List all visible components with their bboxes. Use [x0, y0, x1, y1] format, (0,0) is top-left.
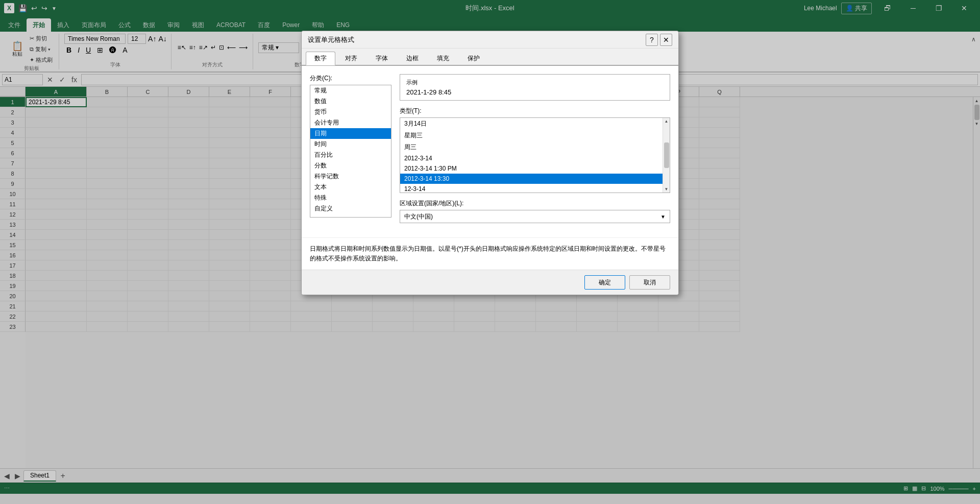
dialog-titlebar: 设置单元格格式 ? ✕: [302, 31, 678, 49]
dialog-tab-alignment[interactable]: 对齐: [336, 52, 366, 65]
type-list-scrollbar[interactable]: ▲ ▼: [663, 118, 670, 193]
dialog-tab-number[interactable]: 数字: [306, 52, 335, 65]
category-special[interactable]: 特殊: [310, 193, 391, 203]
sample-label: 示例: [406, 79, 664, 86]
locale-value: 中文(中国): [404, 212, 433, 221]
category-percentage[interactable]: 百分比: [310, 150, 391, 160]
category-custom[interactable]: 自定义: [310, 203, 391, 214]
type-list-scroll-down[interactable]: ▼: [665, 187, 669, 191]
type-section: 示例 2021-1-29 8:45 类型(T): 3月14日 星期三 周三 20…: [400, 74, 670, 223]
sample-box: 示例 2021-1-29 8:45: [400, 74, 670, 101]
type-2012-3-14-24h[interactable]: 2012-3-14 13:30: [400, 174, 670, 184]
ok-button[interactable]: 确定: [584, 275, 625, 290]
dialog-tabs: 数字 对齐 字体 边框 填充 保护: [302, 49, 678, 65]
category-date[interactable]: 日期: [310, 128, 391, 139]
locale-select[interactable]: 中文(中国) ▼: [400, 210, 670, 223]
locale-label: 区域设置(国家/地区)(L):: [400, 199, 670, 208]
type-wed-short[interactable]: 周三: [400, 141, 670, 153]
dialog-main-row: 分类(C): 常规 数值 货币 会计专用 日期 时间 百分比 分数 科学记数 文…: [310, 74, 670, 223]
dialog-title: 设置单元格格式: [308, 35, 354, 44]
category-text[interactable]: 文本: [310, 182, 391, 193]
dialog-body: 分类(C): 常规 数值 货币 会计专用 日期 时间 百分比 分数 科学记数 文…: [302, 65, 678, 237]
locale-section: 区域设置(国家/地区)(L): 中文(中国) ▼: [400, 199, 670, 223]
dialog-footer: 确定 取消: [302, 270, 678, 295]
category-general[interactable]: 常规: [310, 85, 391, 96]
dialog-description: 日期格式将日期和时间系列数值显示为日期值。以星号(*)开头的日期格式响应操作系统…: [302, 237, 678, 270]
type-wednesday[interactable]: 星期三: [400, 130, 670, 141]
excel-app: X 💾 ↩ ↪ ▼ 时间.xlsx - Excel Lee Michael 👤 …: [0, 0, 980, 504]
locale-dropdown-arrow: ▼: [660, 214, 666, 220]
category-time[interactable]: 时间: [310, 139, 391, 150]
category-scientific[interactable]: 科学记数: [310, 171, 391, 182]
type-list-scroll-up[interactable]: ▲: [665, 119, 669, 124]
dialog-close-button[interactable]: ✕: [660, 34, 672, 46]
dialog-tab-fill[interactable]: 填充: [428, 52, 458, 65]
dialog-title-controls: ? ✕: [646, 34, 672, 46]
type-2012-3-14[interactable]: 2012-3-14: [400, 153, 670, 163]
modal-overlay: 设置单元格格式 ? ✕ 数字 对齐 字体 边框 填充 保护: [0, 0, 980, 504]
format-cells-dialog: 设置单元格格式 ? ✕ 数字 对齐 字体 边框 填充 保护: [301, 31, 679, 295]
dialog-tab-border[interactable]: 边框: [398, 52, 427, 65]
category-accounting[interactable]: 会计专用: [310, 117, 391, 128]
dialog-help-button[interactable]: ?: [646, 34, 658, 46]
category-currency[interactable]: 货币: [310, 107, 391, 117]
type-march14[interactable]: 3月14日: [400, 118, 670, 130]
category-section: 分类(C): 常规 数值 货币 会计专用 日期 时间 百分比 分数 科学记数 文…: [310, 74, 391, 223]
type-12-3-14[interactable]: 12-3-14: [400, 184, 670, 193]
category-label: 分类(C):: [310, 74, 391, 83]
category-number[interactable]: 数值: [310, 96, 391, 107]
dialog-tab-protection[interactable]: 保护: [459, 52, 488, 65]
sample-value: 2021-1-29 8:45: [406, 88, 664, 96]
dialog-tab-font[interactable]: 字体: [367, 52, 397, 65]
type-list-scroll-thumb[interactable]: [664, 142, 669, 168]
type-list-container[interactable]: 3月14日 星期三 周三 2012-3-14 2012-3-14 1:30 PM…: [400, 117, 670, 193]
category-fraction[interactable]: 分数: [310, 160, 391, 171]
cancel-button[interactable]: 取消: [629, 275, 670, 290]
type-2012-3-14-pm[interactable]: 2012-3-14 1:30 PM: [400, 163, 670, 174]
type-label: 类型(T):: [400, 107, 670, 115]
category-list[interactable]: 常规 数值 货币 会计专用 日期 时间 百分比 分数 科学记数 文本 特殊 自定…: [310, 85, 391, 218]
